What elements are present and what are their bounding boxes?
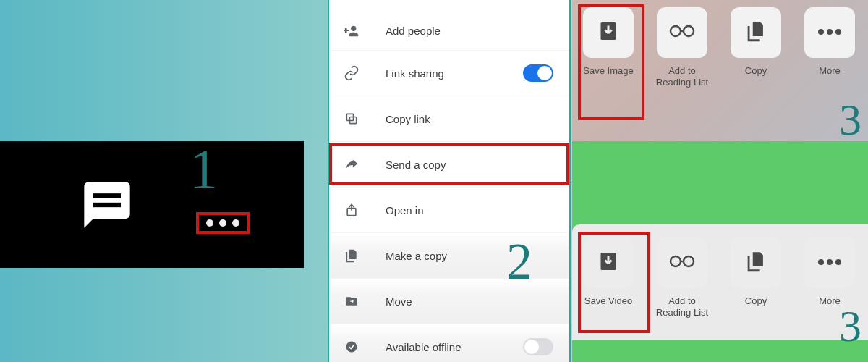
menu-label: Open in — [386, 204, 424, 216]
panel-step-3: Save Image Add to Reading List Copy — [572, 0, 868, 362]
panel-step-1 — [0, 141, 304, 268]
svg-point-10 — [346, 342, 357, 353]
menu-link-sharing[interactable]: Link sharing — [329, 51, 569, 96]
menu-open-in[interactable]: Open in — [329, 188, 569, 233]
file-copy-icon — [342, 248, 361, 263]
svg-point-19 — [684, 256, 694, 266]
menu-send-copy[interactable]: Send a copy — [329, 142, 569, 188]
open-in-icon — [342, 203, 361, 217]
svg-rect-1 — [93, 202, 121, 206]
link-icon — [342, 65, 361, 81]
share-reading-list[interactable]: Add to Reading List — [650, 237, 714, 319]
offline-icon — [342, 340, 361, 354]
svg-rect-6 — [346, 28, 347, 33]
menu-move[interactable]: Move — [329, 279, 569, 324]
step-number-3b: 3 — [839, 300, 861, 352]
chat-icon — [80, 177, 135, 232]
menu-label: Available offline — [386, 341, 461, 353]
share-copy[interactable]: Copy — [724, 237, 788, 307]
svg-point-20 — [818, 259, 824, 265]
menu-available-offline[interactable]: Available offline — [329, 324, 569, 362]
add-people-icon — [342, 23, 361, 39]
menu-copy-link[interactable]: Copy link — [329, 96, 569, 142]
menu-add-people[interactable]: Add people — [329, 0, 569, 51]
copy-doc-icon — [744, 249, 768, 277]
download-icon — [595, 248, 621, 277]
share-label: Save Video — [584, 295, 632, 307]
svg-point-13 — [684, 26, 694, 36]
folder-move-icon — [342, 294, 361, 308]
dot-icon — [232, 219, 239, 227]
step-number-2: 2 — [506, 232, 532, 292]
svg-point-21 — [827, 259, 833, 265]
glasses-icon — [668, 22, 697, 43]
share-label: Save Image — [583, 65, 633, 77]
panel-step-2: Add people Link sharing Copy link Send a… — [328, 0, 571, 362]
svg-rect-0 — [93, 193, 121, 198]
step-number-1: 1 — [190, 136, 218, 201]
offline-toggle[interactable] — [523, 338, 553, 355]
svg-point-15 — [827, 29, 833, 35]
menu-label: Move — [386, 295, 412, 308]
link-sharing-toggle[interactable] — [523, 64, 553, 82]
svg-point-12 — [671, 26, 681, 36]
dot-icon — [219, 219, 226, 227]
svg-point-16 — [835, 29, 841, 35]
dot-icon — [206, 219, 213, 227]
share-sheet-video: Save Video Add to Reading List Copy — [572, 224, 868, 340]
download-icon — [595, 18, 621, 47]
share-label: Add to Reading List — [650, 65, 714, 89]
glasses-icon — [668, 253, 697, 273]
share-sheet-image: Save Image Add to Reading List Copy — [572, 0, 868, 141]
svg-point-14 — [818, 29, 824, 35]
share-label: Copy — [745, 295, 767, 307]
share-label: Add to Reading List — [650, 295, 714, 319]
step-number-3a: 3 — [839, 94, 861, 146]
svg-point-22 — [835, 259, 841, 265]
share-copy[interactable]: Copy — [724, 7, 788, 77]
more-dots-button[interactable] — [196, 212, 250, 234]
share-label: More — [819, 295, 841, 307]
share-label: Copy — [745, 65, 767, 77]
share-more[interactable]: More — [798, 7, 861, 77]
share-more[interactable]: More — [798, 237, 861, 307]
svg-point-2 — [351, 25, 356, 30]
share-reading-list[interactable]: Add to Reading List — [650, 7, 714, 89]
share-save-image[interactable]: Save Image — [576, 7, 640, 77]
menu-label: Copy link — [386, 113, 430, 125]
menu-make-copy[interactable]: Make a copy — [329, 233, 569, 279]
menu-label: Link sharing — [386, 67, 444, 80]
more-dots-icon — [817, 256, 843, 269]
svg-point-18 — [671, 256, 681, 266]
menu-label: Make a copy — [386, 250, 447, 262]
copy-doc-icon — [744, 19, 768, 46]
menu-label: Add people — [386, 25, 441, 37]
share-save-video[interactable]: Save Video — [576, 237, 640, 307]
menu-label: Send a copy — [386, 159, 446, 171]
share-arrow-icon — [342, 156, 361, 172]
copy-icon — [342, 111, 361, 126]
more-dots-icon — [817, 26, 843, 39]
share-label: More — [819, 65, 841, 77]
